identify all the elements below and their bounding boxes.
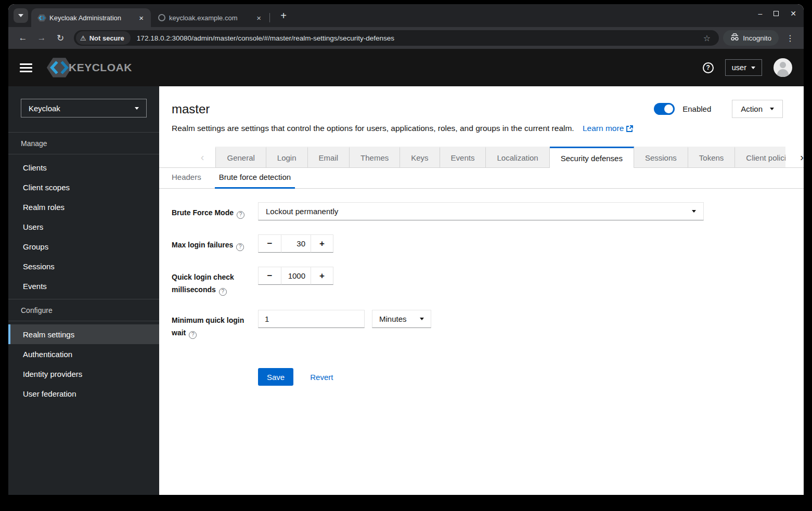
help-icon[interactable]: ?: [703, 62, 714, 73]
min-quick-login-wait-input[interactable]: [258, 310, 365, 328]
minus-button[interactable]: −: [258, 267, 281, 285]
user-menu-label: user: [732, 63, 746, 72]
tab-localization[interactable]: Localization: [486, 147, 549, 167]
sidebar-item-authentication[interactable]: Authentication: [8, 344, 159, 364]
app-body: Keycloak Manage Clients Client scopes Re…: [8, 86, 804, 495]
help-icon[interactable]: ?: [189, 331, 197, 339]
keycloak-logo[interactable]: KEYCLOAK: [46, 56, 132, 79]
sidebar-item-users[interactable]: Users: [8, 217, 159, 237]
chevron-down-icon: [18, 14, 23, 17]
help-icon[interactable]: ?: [237, 211, 244, 219]
realm-settings-tabs: ‹ General Login Email Themes Keys Events…: [159, 147, 804, 168]
browser-menu-icon[interactable]: ⋮: [782, 33, 798, 43]
back-icon[interactable]: ←: [15, 30, 31, 46]
not-secure-chip[interactable]: ⚠ Not secure: [76, 31, 131, 45]
tab-keys[interactable]: Keys: [400, 147, 440, 167]
tab-title: Keycloak Administration: [49, 14, 134, 22]
address-bar[interactable]: ⚠ Not secure 172.18.0.2:30080/admin/mast…: [74, 30, 719, 46]
brute-force-mode-select[interactable]: Lockout permanently: [258, 202, 704, 220]
bookmark-star-icon[interactable]: ☆: [700, 33, 714, 43]
default-site-favicon-icon: [157, 14, 166, 22]
nav-toggle-hamburger-icon[interactable]: [20, 61, 32, 74]
realm-enabled-toggle[interactable]: [654, 103, 675, 115]
incognito-badge: Incognito: [723, 30, 779, 46]
browser-tabstrip: Keycloak Administration × keycloak.examp…: [8, 4, 804, 27]
brand-text: KEYCLOAK: [69, 61, 132, 74]
masthead: KEYCLOAK ? user: [8, 49, 804, 86]
browser-tab-keycloak-admin[interactable]: Keycloak Administration ×: [31, 8, 151, 27]
time-unit-dropdown[interactable]: Minutes: [372, 310, 431, 328]
tab-search-button[interactable]: [14, 8, 28, 23]
quick-login-check-input[interactable]: [281, 267, 311, 285]
page-title: master: [172, 102, 210, 116]
tab-separator: [269, 13, 270, 22]
realm-selector[interactable]: Keycloak: [21, 99, 147, 117]
sidebar-item-realm-settings[interactable]: Realm settings: [8, 324, 159, 344]
chevron-down-icon: [692, 210, 696, 213]
enabled-label: Enabled: [682, 104, 711, 113]
action-dropdown[interactable]: Action: [732, 100, 783, 118]
tab-title: keycloak.example.com: [169, 14, 251, 22]
avatar[interactable]: [774, 58, 792, 77]
brute-force-form: Brute Force Mode? Lockout permanently Ma…: [159, 189, 804, 386]
tab-client-policies[interactable]: Client policies: [735, 147, 785, 167]
chevron-down-icon: [135, 107, 139, 110]
forward-icon[interactable]: →: [34, 30, 49, 46]
subtab-brute-force-detection[interactable]: Brute force detection: [215, 167, 295, 189]
tab-tokens[interactable]: Tokens: [688, 147, 736, 167]
incognito-label: Incognito: [743, 34, 771, 42]
incognito-icon: [730, 33, 739, 43]
tab-events[interactable]: Events: [440, 147, 486, 167]
browser-tab-keycloak-example[interactable]: keycloak.example.com ×: [151, 8, 268, 27]
plus-button[interactable]: +: [311, 267, 333, 285]
sidebar-item-realm-roles[interactable]: Realm roles: [8, 197, 159, 217]
maximize-button[interactable]: [774, 11, 779, 16]
tabs-scroll-right-icon[interactable]: ›: [785, 151, 804, 163]
help-icon[interactable]: ?: [236, 243, 244, 251]
tabs-scroll-left-icon[interactable]: ‹: [159, 151, 215, 163]
sidebar-item-user-federation[interactable]: User federation: [8, 384, 159, 403]
learn-more-link[interactable]: Learn more: [583, 124, 633, 133]
tab-email[interactable]: Email: [308, 147, 350, 167]
nav-configure-list: Realm settings Authentication Identity p…: [8, 321, 159, 407]
main-content: master Enabled Action Realm settings are…: [159, 86, 804, 495]
sidebar-item-sessions[interactable]: Sessions: [8, 256, 159, 276]
tab-login[interactable]: Login: [266, 147, 308, 167]
help-icon[interactable]: ?: [219, 288, 227, 296]
sidebar-item-clients[interactable]: Clients: [8, 158, 159, 177]
close-window-button[interactable]: ✕: [790, 9, 796, 18]
max-login-failures-input[interactable]: [281, 234, 311, 253]
tab-security-defenses[interactable]: Security defenses: [550, 147, 634, 168]
save-button[interactable]: Save: [258, 368, 293, 386]
url-text: 172.18.0.2:30080/admin/master/console/#/…: [137, 34, 700, 42]
browser-window: Keycloak Administration × keycloak.examp…: [8, 4, 804, 495]
user-menu-dropdown[interactable]: user: [725, 59, 762, 76]
minimize-button[interactable]: –: [758, 9, 762, 18]
close-tab-icon[interactable]: ×: [137, 14, 146, 22]
learn-more-label: Learn more: [583, 124, 624, 133]
sidebar-item-events[interactable]: Events: [8, 276, 159, 296]
chevron-down-icon: [751, 67, 755, 69]
action-dropdown-label: Action: [741, 104, 763, 113]
time-unit-value: Minutes: [379, 315, 407, 323]
plus-button[interactable]: +: [311, 234, 333, 253]
realm-selector-label: Keycloak: [29, 104, 60, 113]
sidebar-item-groups[interactable]: Groups: [8, 237, 159, 256]
subtab-headers[interactable]: Headers: [167, 167, 205, 189]
security-defenses-subtabs: Headers Brute force detection: [159, 168, 804, 189]
warning-icon: ⚠: [80, 34, 86, 42]
minus-button[interactable]: −: [258, 234, 281, 253]
sidebar-item-client-scopes[interactable]: Client scopes: [8, 177, 159, 197]
revert-link[interactable]: Revert: [310, 373, 333, 382]
new-tab-button[interactable]: +: [276, 8, 291, 23]
close-tab-icon[interactable]: ×: [254, 14, 263, 22]
tab-sessions[interactable]: Sessions: [634, 147, 688, 167]
nav-manage-list: Clients Client scopes Realm roles Users …: [8, 154, 159, 299]
external-link-icon: [626, 125, 633, 132]
sidebar-item-identity-providers[interactable]: Identity providers: [8, 364, 159, 384]
chevron-down-icon: [770, 108, 774, 110]
tab-themes[interactable]: Themes: [350, 147, 400, 167]
not-secure-label: Not secure: [89, 34, 124, 42]
reload-icon[interactable]: ↻: [53, 30, 68, 46]
tab-general[interactable]: General: [215, 147, 266, 167]
